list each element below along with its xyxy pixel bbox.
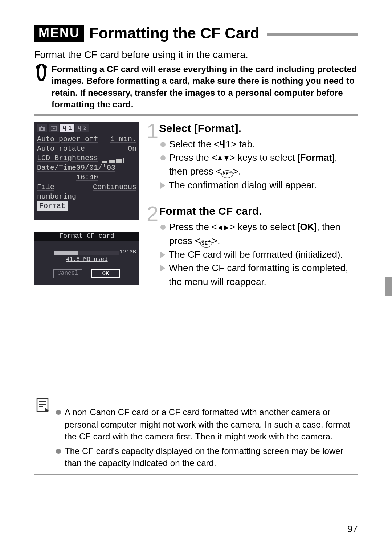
svg-marker-14 xyxy=(224,225,229,230)
lcd-filenum-label: File numbering xyxy=(37,183,93,202)
page-side-tab xyxy=(385,277,392,296)
lcd-auto-rotate-value: On xyxy=(128,144,136,154)
svg-point-5 xyxy=(41,128,43,130)
title-rule xyxy=(267,33,358,36)
step-2: 2 Format the CF card. Press the <> keys … xyxy=(159,205,358,289)
lcd-auto-power-label: Auto power off xyxy=(37,135,98,144)
svg-point-1 xyxy=(36,65,40,69)
set-button-icon: SET xyxy=(221,170,233,178)
svg-marker-11 xyxy=(218,155,222,160)
lcd-datetime-value: 09/01/'03 16:40 xyxy=(76,163,136,183)
step-1: 1 Select [Format]. Select the <1> tab. P… xyxy=(159,122,358,192)
step2-result2: When the CF card formatting is completed… xyxy=(169,261,358,289)
storage-capacity: 121MB xyxy=(120,249,136,255)
page-number: 97 xyxy=(347,523,358,535)
lcd-filenum-value: Continuous xyxy=(93,183,136,202)
lcd-brightness-label: LCD Brightness xyxy=(37,154,98,163)
page-title-row: MENU Formatting the CF Card xyxy=(34,25,358,42)
wrench-icon xyxy=(219,139,226,150)
lcd-format-dialog: Format CF card 121MB 41.8 MB used Cancel… xyxy=(34,232,139,285)
step1-bullet1: Select the <1> tab. xyxy=(169,138,255,151)
step-2-number: 2 xyxy=(147,201,158,226)
warning-block: Formatting a CF card will erase everythi… xyxy=(34,64,358,116)
note-icon xyxy=(36,397,49,413)
note-box: A non-Canon CF card or a CF card formatt… xyxy=(34,404,358,475)
svg-rect-8 xyxy=(65,126,66,131)
setup2-tab: 2 xyxy=(75,124,89,132)
storage-used: 41.8 MB used xyxy=(38,256,135,263)
step2-result1: The CF card will be formatted (initializ… xyxy=(169,248,343,262)
svg-point-2 xyxy=(43,65,47,69)
step1-bullet2: Press the <> keys to select [Format], th… xyxy=(169,151,358,178)
intro-text: Format the CF card before using it in th… xyxy=(34,49,358,61)
warning-icon xyxy=(34,64,49,81)
svg-marker-13 xyxy=(218,225,222,230)
svg-marker-7 xyxy=(53,127,55,130)
up-down-arrows-icon xyxy=(217,152,229,163)
step-1-heading: Select [Format]. xyxy=(159,122,358,135)
setup1-tab-num: 1 xyxy=(68,124,72,132)
bullet-icon xyxy=(160,155,166,160)
lcd-menu-screenshot: 1 2 Auto power off1 min. Auto rotateOn L… xyxy=(34,122,139,220)
page-title: Formatting the CF Card xyxy=(89,25,260,42)
menu-badge: MENU xyxy=(34,25,84,42)
brightness-indicator xyxy=(102,154,136,163)
lcd-format-title: Format CF card xyxy=(34,232,139,241)
step1-result: The confirmation dialog will appear. xyxy=(169,179,317,192)
step-2-heading: Format the CF card. xyxy=(159,205,358,217)
svg-rect-4 xyxy=(41,126,42,128)
ok-button: OK xyxy=(91,269,120,278)
warning-text: Formatting a CF card will erase everythi… xyxy=(52,64,358,111)
step-1-number: 1 xyxy=(147,119,158,143)
svg-marker-12 xyxy=(224,156,229,161)
bullet-icon xyxy=(160,142,166,147)
cancel-button: Cancel xyxy=(53,269,82,278)
note-bullet-icon xyxy=(56,449,61,454)
result-arrow-icon xyxy=(160,265,165,271)
set-button-icon: SET xyxy=(200,240,212,248)
storage-bar: 121MB xyxy=(54,251,119,255)
play-tab-icon xyxy=(49,124,59,132)
note-2: The CF card's capacity displayed on the … xyxy=(65,445,354,469)
left-right-arrows-icon xyxy=(217,221,229,232)
result-arrow-icon xyxy=(160,252,165,258)
bullet-icon xyxy=(160,225,166,230)
camera-tab-icon xyxy=(37,124,47,132)
setup2-tab-num: 2 xyxy=(83,124,87,132)
lcd-format-selected: Format xyxy=(37,201,68,211)
lcd-auto-rotate-label: Auto rotate xyxy=(37,144,85,154)
lcd-datetime-label: Date/Time xyxy=(37,163,76,183)
svg-rect-9 xyxy=(80,126,81,131)
note-1: A non-Canon CF card or a CF card formatt… xyxy=(65,406,354,443)
step2-bullet1: Press the <> keys to select [OK], then p… xyxy=(169,220,358,248)
lcd-auto-power-value: 1 min. xyxy=(110,135,136,144)
setup1-tab-selected: 1 xyxy=(60,124,74,132)
note-bullet-icon xyxy=(56,410,61,415)
result-arrow-icon xyxy=(160,182,165,189)
svg-rect-10 xyxy=(223,140,225,148)
